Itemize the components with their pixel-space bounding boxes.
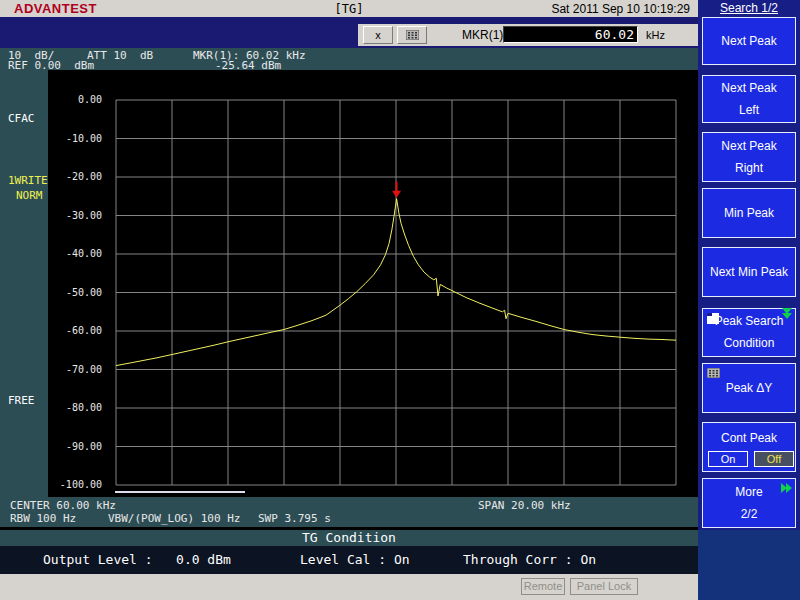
rbw-readout: RBW 100 Hz [10, 512, 76, 525]
softkey-menu: Search 1/2 Next Peak Next Peak Left Next… [698, 0, 800, 600]
softkey-min-peak[interactable]: Min Peak [702, 188, 796, 238]
span-readout: SPAN 20.00 kHz [478, 499, 571, 512]
cont-peak-off-toggle[interactable]: Off [754, 451, 794, 467]
marker-entry-panel: x MKR(1): 60.02 kHz [358, 24, 698, 46]
level-cal-readout: Level Cal : On [300, 552, 410, 567]
marker-unit-label: kHz [646, 29, 665, 41]
tg-condition-bar: Output Level : 0.0 dBm Level Cal : On Th… [0, 546, 698, 574]
vbw-readout: VBW/(POW_LOG) 100 Hz [108, 512, 240, 525]
softkey-peak-search-condition[interactable]: Peak Search Condition [702, 308, 796, 357]
softkey-next-peak-left[interactable]: Next Peak Left [702, 75, 796, 123]
attenuation-readout: ATT 10 dB [87, 49, 153, 62]
marker-field-label: MKR(1): [462, 28, 507, 42]
output-level-readout: Output Level : 0.0 dBm [43, 552, 231, 567]
measurement-header: 10 dB/ ATT 10 dB MKR(1): 60.02 kHz REF 0… [0, 48, 698, 70]
marker-frequency-input[interactable]: 60.02 [503, 26, 638, 43]
menu-title: Search 1/2 [698, 1, 800, 15]
marker-entry-band: x MKR(1): 60.02 kHz [0, 17, 698, 48]
sweep-settings-bar: CENTER 60.00 kHz SPAN 20.00 kHz RBW 100 … [0, 497, 698, 527]
panel-lock-button[interactable]: Panel Lock [570, 578, 638, 595]
close-button[interactable]: x [363, 26, 393, 44]
center-frequency-readout: CENTER 60.00 kHz [10, 499, 116, 512]
through-corr-readout: Through Corr : On [463, 552, 596, 567]
softkey-peak-delta-y[interactable]: Peak ΔY [702, 363, 796, 413]
graticule [116, 100, 676, 485]
softkey-menu-footer [698, 530, 800, 600]
spectrum-analyzer-screen: ADVANTEST [TG] Sat 2011 Sep 10 10:19:29 … [0, 0, 800, 600]
keypad-button[interactable] [397, 26, 427, 44]
softkey-next-peak[interactable]: Next Peak [702, 17, 796, 65]
tg-condition-title: TG Condition [0, 530, 698, 546]
spectrum-chart [0, 70, 698, 497]
document-icon [707, 313, 719, 324]
keypad-icon [707, 368, 720, 378]
double-down-chevron-icon [782, 309, 792, 319]
softkey-cont-peak[interactable]: Cont Peak On Off [702, 422, 796, 472]
title-bar: ADVANTEST [TG] Sat 2011 Sep 10 10:19:29 [0, 0, 698, 17]
bottom-status-bar: Remote Panel Lock [0, 574, 698, 600]
softkey-next-min-peak[interactable]: Next Min Peak [702, 247, 796, 297]
remote-button[interactable]: Remote [521, 578, 565, 595]
datetime-display: Sat 2011 Sep 10 10:19:29 [551, 2, 690, 16]
sweep-progress-bar [115, 491, 245, 493]
keypad-icon [406, 30, 419, 40]
softkey-next-peak-right[interactable]: Next Peak Right [702, 132, 796, 182]
double-right-chevron-icon [782, 482, 792, 496]
softkey-more[interactable]: More 2/2 [702, 478, 796, 528]
spectrum-display: CFAC 1WRITE NORM FREE 0.00-10.00-20.00-3… [0, 70, 698, 497]
sweep-time-readout: SWP 3.795 s [258, 512, 331, 525]
cont-peak-on-toggle[interactable]: On [708, 451, 748, 467]
peak-marker-icon [392, 182, 401, 198]
